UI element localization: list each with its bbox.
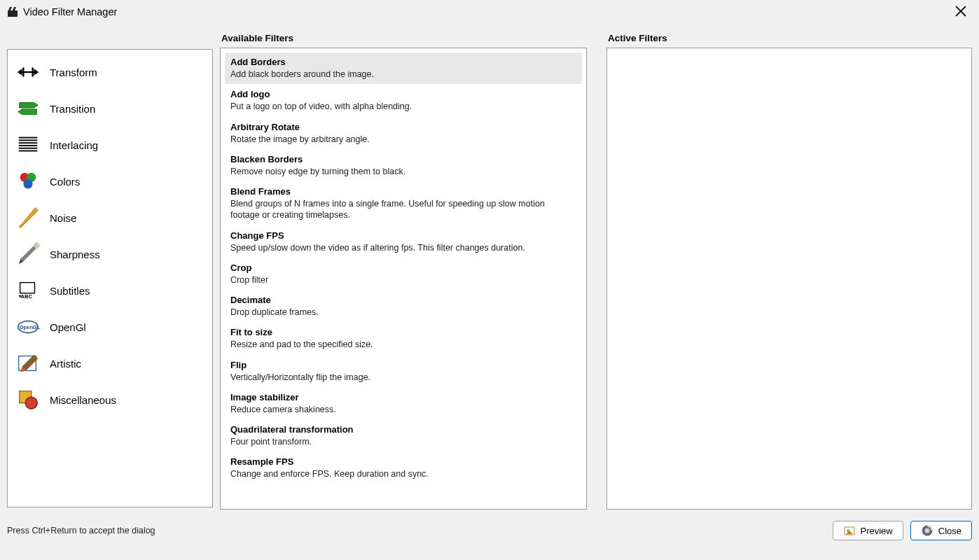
- svg-marker-1: [8, 7, 12, 10]
- filter-description: Reduce camera shakiness.: [230, 404, 576, 415]
- miscellaneous-icon: [15, 386, 41, 413]
- filter-item[interactable]: Blacken Borders Remove noisy edge by tur…: [225, 150, 582, 181]
- svg-rect-25: [20, 283, 35, 293]
- filter-description: Blend groups of N frames into a single f…: [230, 198, 576, 221]
- filter-name: Arbitrary Rotate: [230, 122, 576, 132]
- category-item-subtitles[interactable]: ABC Subtitles: [8, 272, 212, 309]
- filter-description: Vertically/Horizontally flip the image.: [230, 372, 576, 383]
- category-item-transition[interactable]: Transition: [8, 90, 212, 127]
- filter-item[interactable]: Flip Vertically/Horizontally flip the im…: [225, 356, 582, 387]
- close-icon: [921, 524, 933, 537]
- filter-description: Four point transform.: [230, 436, 576, 447]
- colors-icon: [15, 168, 41, 195]
- category-label: Artistic: [50, 358, 81, 370]
- svg-marker-21: [20, 208, 39, 227]
- sharpness-icon: [15, 241, 41, 267]
- category-label: Transform: [50, 66, 97, 78]
- category-label: Sharpness: [50, 248, 100, 260]
- category-item-artistic[interactable]: Artistic: [8, 345, 212, 382]
- active-filters-section: Active Filters: [606, 30, 972, 510]
- active-filters-header: Active Filters: [606, 30, 972, 48]
- opengl-icon: OpenGL: [15, 314, 41, 340]
- filter-item[interactable]: Image stabilizer Reduce camera shakiness…: [225, 388, 582, 419]
- category-item-transform[interactable]: Transform: [8, 54, 212, 90]
- active-filters-box[interactable]: [606, 48, 972, 510]
- filter-name: Decimate: [230, 295, 576, 305]
- category-item-noise[interactable]: Noise: [8, 200, 212, 236]
- transform-icon: [15, 59, 41, 85]
- categories-panel: Transform Transition Interlacing: [7, 49, 213, 507]
- filter-name: Crop: [230, 262, 576, 273]
- window-close-button[interactable]: [950, 2, 972, 22]
- footer: Press Ctrl+Return to accept the dialog P…: [0, 517, 979, 552]
- filter-item[interactable]: Resample FPS Change and enforce FPS. Kee…: [225, 452, 582, 484]
- filter-name: Fit to size: [230, 327, 576, 337]
- svg-marker-7: [34, 69, 39, 75]
- category-item-sharpness[interactable]: Sharpness: [8, 236, 212, 272]
- filter-name: Resample FPS: [230, 456, 576, 467]
- category-item-colors[interactable]: Colors: [8, 163, 212, 200]
- category-item-miscellaneous[interactable]: Miscellaneous: [8, 382, 212, 418]
- category-label: Transition: [50, 103, 95, 115]
- category-label: Noise: [50, 212, 76, 224]
- window-title: Video Filter Manager: [23, 6, 950, 18]
- preview-icon: [843, 524, 856, 537]
- filter-description: Put a logo on top of video, with alpha b…: [230, 101, 576, 112]
- preview-button[interactable]: Preview: [833, 521, 903, 540]
- category-label: Subtitles: [50, 285, 90, 297]
- svg-text:OpenGL: OpenGL: [20, 324, 41, 330]
- category-item-opengl[interactable]: OpenGL OpenGl: [8, 309, 212, 345]
- close-button[interactable]: Close: [910, 521, 972, 540]
- filter-item[interactable]: Add logo Put a logo on top of video, wit…: [225, 85, 582, 116]
- svg-marker-39: [930, 526, 932, 528]
- filter-description: Change and enforce FPS. Keep duration an…: [230, 468, 576, 479]
- subtitles-icon: ABC: [15, 277, 41, 304]
- preview-button-label: Preview: [861, 526, 893, 536]
- footer-hint: Press Ctrl+Return to accept the dialog: [7, 526, 826, 536]
- filter-name: Blacken Borders: [230, 154, 576, 164]
- category-label: Miscellaneous: [50, 394, 116, 406]
- svg-point-20: [23, 179, 32, 188]
- svg-text:ABC: ABC: [21, 293, 33, 300]
- svg-marker-6: [18, 69, 22, 75]
- filter-name: Quadrilateral transformation: [230, 424, 576, 435]
- category-item-interlacing[interactable]: Interlacing: [8, 127, 212, 163]
- filter-description: Crop filter: [230, 274, 576, 286]
- category-label: Interlacing: [50, 139, 98, 151]
- svg-marker-11: [18, 109, 37, 115]
- available-filters-list[interactable]: Add Borders Add black borders around the…: [221, 48, 586, 509]
- main-content: Transform Transition Interlacing: [0, 23, 979, 517]
- app-icon: [7, 6, 18, 18]
- filter-name: Add logo: [230, 89, 576, 99]
- transition-icon: [15, 95, 41, 122]
- category-label: Colors: [50, 176, 80, 188]
- available-filters-section: Available Filters Add Borders Add black …: [220, 30, 587, 510]
- title-bar: Video Filter Manager: [0, 0, 979, 23]
- filter-item[interactable]: Arbitrary Rotate Rotate the image by arb…: [225, 118, 582, 149]
- filter-name: Image stabilizer: [230, 392, 576, 402]
- filter-item[interactable]: Add Borders Add black borders around the…: [225, 52, 582, 84]
- filter-name: Blend Frames: [230, 186, 576, 197]
- filter-item[interactable]: Quadrilateral transformation Four point …: [225, 420, 582, 451]
- filter-name: Change FPS: [230, 230, 576, 241]
- category-label: OpenGl: [50, 321, 86, 333]
- filter-name: Add Borders: [230, 57, 576, 67]
- filter-item[interactable]: Fit to size Resize and pad to the specif…: [225, 323, 582, 354]
- filter-item[interactable]: Decimate Drop duplicate frames.: [225, 290, 582, 322]
- svg-marker-2: [13, 7, 16, 10]
- filter-item[interactable]: Blend Frames Blend groups of N frames in…: [225, 182, 582, 225]
- filter-description: Resize and pad to the specified size.: [230, 339, 576, 350]
- artistic-icon: [15, 350, 41, 377]
- filter-description: Add black borders around the image.: [230, 69, 576, 80]
- interlacing-icon: [15, 132, 41, 158]
- svg-point-40: [924, 528, 929, 533]
- available-filters-header: Available Filters: [220, 30, 587, 48]
- filter-description: Rotate the image by arbitrary angle.: [230, 134, 576, 145]
- filter-item[interactable]: Crop Crop filter: [225, 258, 582, 290]
- filter-item[interactable]: Change FPS Speed up/slow down the video …: [225, 226, 582, 258]
- svg-marker-10: [20, 102, 39, 108]
- svg-point-34: [25, 397, 37, 409]
- svg-rect-0: [8, 10, 18, 17]
- filter-description: Speed up/slow down the video as if alter…: [230, 242, 576, 253]
- close-button-label: Close: [938, 526, 961, 536]
